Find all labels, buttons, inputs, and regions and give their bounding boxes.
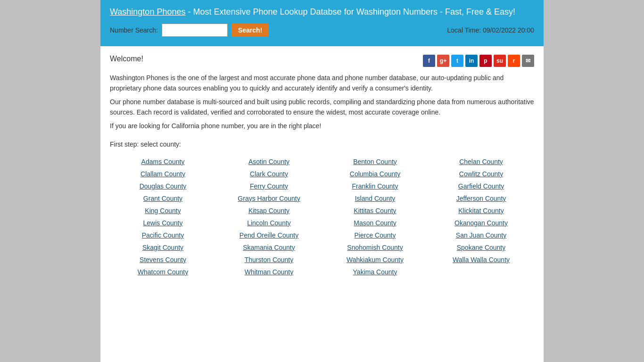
share-bar: f g+ t in p su r ✉ — [423, 55, 534, 67]
county-cell: Whitman County — [216, 266, 322, 278]
county-cell: Skamania County — [216, 241, 322, 254]
county-link[interactable]: Douglas County — [140, 182, 187, 190]
county-link[interactable]: Mason County — [354, 219, 396, 227]
county-link[interactable]: Whatcom County — [138, 268, 188, 276]
county-link[interactable]: Okanogan County — [454, 219, 508, 227]
county-cell: Asotin County — [216, 156, 322, 168]
share-googleplus[interactable]: g+ — [437, 55, 449, 67]
description-3: If you are looking for California phone … — [110, 121, 534, 131]
share-reddit[interactable]: r — [508, 55, 520, 67]
county-cell: Island County — [322, 192, 428, 205]
county-link[interactable]: Benton County — [353, 158, 397, 165]
county-cell: Jefferson County — [428, 192, 534, 205]
county-link[interactable]: Whitman County — [245, 268, 293, 276]
county-cell: Klickitat County — [428, 205, 534, 217]
description: Washington Phones is the one of the larg… — [110, 73, 534, 131]
county-link[interactable]: Spokane County — [457, 244, 506, 251]
share-linkedin[interactable]: in — [465, 55, 478, 67]
share-twitter[interactable]: t — [451, 55, 463, 67]
county-cell: Kittitas County — [322, 205, 428, 217]
description-2: Our phone number database is multi-sourc… — [110, 97, 534, 118]
county-link[interactable]: Grays Harbor County — [238, 195, 300, 202]
county-cell: Yakima County — [322, 266, 428, 278]
county-link[interactable]: Stevens County — [140, 256, 186, 263]
county-cell: Whatcom County — [110, 266, 216, 278]
tagline-text: - Most Extensive Phone Lookup Databse fo… — [185, 7, 515, 16]
county-cell: Douglas County — [110, 180, 216, 192]
site-tagline: Washington Phones - Most Extensive Phone… — [110, 7, 534, 17]
county-cell: Clallam County — [110, 168, 216, 180]
county-cell: Franklin County — [322, 180, 428, 192]
county-cell: Chelan County — [428, 156, 534, 168]
step-label: First step: select county: — [110, 140, 534, 148]
county-cell: Pend Oreille County — [216, 229, 322, 241]
county-cell: Walla Walla County — [428, 254, 534, 266]
county-link[interactable]: Skamania County — [243, 244, 295, 251]
county-cell: Skagit County — [110, 241, 216, 254]
county-link[interactable]: Kitsap County — [248, 207, 289, 214]
share-stumbleupon[interactable]: su — [494, 55, 506, 67]
county-link[interactable]: Clallam County — [140, 170, 185, 178]
county-link[interactable]: Pierce County — [355, 231, 396, 239]
search-button[interactable]: Search! — [231, 24, 269, 37]
search-input[interactable] — [162, 24, 228, 37]
county-link[interactable]: Clark County — [250, 170, 288, 178]
county-link[interactable]: Lincoln County — [247, 219, 291, 227]
county-link[interactable]: Snohomish County — [347, 244, 403, 251]
county-link[interactable]: Pacific County — [142, 231, 184, 239]
county-link[interactable]: Columbia County — [350, 170, 400, 178]
county-cell: Thurston County — [216, 254, 322, 266]
welcome-heading: Welcome! — [110, 55, 143, 63]
share-email[interactable]: ✉ — [522, 55, 534, 67]
county-cell: King County — [110, 205, 216, 217]
county-cell: Kitsap County — [216, 205, 322, 217]
description-1: Washington Phones is the one of the larg… — [110, 73, 534, 94]
county-link[interactable]: King County — [145, 207, 181, 214]
county-link[interactable]: Kittitas County — [354, 207, 396, 214]
site-name-link[interactable]: Washington Phones — [110, 7, 185, 16]
county-cell: Okanogan County — [428, 217, 534, 229]
county-link[interactable]: Chelan County — [459, 158, 503, 165]
local-time: Local Time: 09/02/2022 20:00 — [447, 26, 534, 34]
county-link[interactable]: Franklin County — [352, 182, 398, 190]
county-cell: Spokane County — [428, 241, 534, 254]
county-cell: San Juan County — [428, 229, 534, 241]
county-cell — [428, 266, 534, 278]
county-link[interactable]: Grant County — [143, 195, 182, 202]
county-link[interactable]: Wahkiakum County — [347, 256, 404, 263]
county-link[interactable]: Cowlitz County — [459, 170, 503, 178]
county-link[interactable]: Pend Oreille County — [239, 231, 298, 239]
county-cell: Benton County — [322, 156, 428, 168]
county-link[interactable]: Asotin County — [248, 158, 289, 165]
county-cell: Grays Harbor County — [216, 192, 322, 205]
county-cell: Pierce County — [322, 229, 428, 241]
county-cell: Wahkiakum County — [322, 254, 428, 266]
county-link[interactable]: Klickitat County — [458, 207, 504, 214]
county-cell: Columbia County — [322, 168, 428, 180]
county-link[interactable]: Garfield County — [458, 182, 504, 190]
county-cell: Lincoln County — [216, 217, 322, 229]
county-cell: Adams County — [110, 156, 216, 168]
county-grid: Adams CountyAsotin CountyBenton CountyCh… — [110, 156, 534, 278]
share-pinterest[interactable]: p — [479, 55, 492, 67]
county-link[interactable]: Lewis County — [143, 219, 182, 227]
county-link[interactable]: Skagit County — [142, 244, 183, 251]
county-cell: Pacific County — [110, 229, 216, 241]
county-cell: Cowlitz County — [428, 168, 534, 180]
county-cell: Stevens County — [110, 254, 216, 266]
county-cell: Mason County — [322, 217, 428, 229]
county-cell: Clark County — [216, 168, 322, 180]
county-link[interactable]: Thurston County — [245, 256, 294, 263]
county-cell: Lewis County — [110, 217, 216, 229]
county-link[interactable]: Yakima County — [353, 268, 397, 276]
county-link[interactable]: Walla Walla County — [453, 256, 510, 263]
search-label: Number Search: — [110, 26, 158, 34]
county-cell: Snohomish County — [322, 241, 428, 254]
county-link[interactable]: San Juan County — [456, 231, 506, 239]
county-link[interactable]: Jefferson County — [456, 195, 506, 202]
county-link[interactable]: Island County — [355, 195, 396, 202]
county-link[interactable]: Ferry County — [250, 182, 288, 190]
share-facebook[interactable]: f — [423, 55, 435, 67]
county-cell: Ferry County — [216, 180, 322, 192]
county-link[interactable]: Adams County — [141, 158, 185, 165]
